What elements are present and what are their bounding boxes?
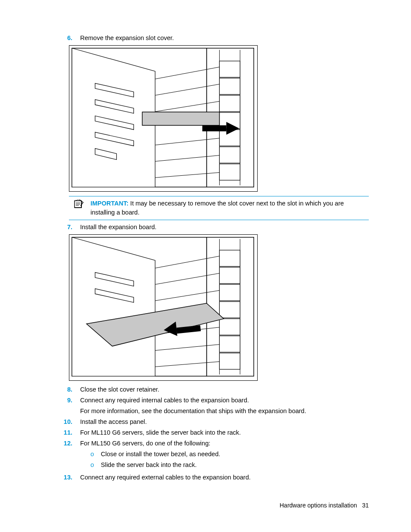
step-10-text: Install the access panel. — [80, 417, 369, 426]
important-text: IMPORTANT: It may be necessary to remove… — [89, 199, 369, 217]
step-12-text: For ML150 G6 servers, do one of the foll… — [80, 439, 369, 471]
svg-rect-40 — [219, 302, 240, 318]
figure-remove-slot-cover — [69, 45, 258, 192]
step-6-text: Remove the expansion slot cover. — [80, 34, 369, 43]
figure-install-board — [69, 234, 258, 381]
svg-rect-43 — [219, 353, 240, 370]
svg-marker-45 — [72, 237, 155, 376]
slot-cover-diagram-icon — [69, 45, 257, 192]
step-13-number: 13. — [60, 473, 80, 482]
footer-section: Hardware options installation — [280, 502, 357, 509]
step-9-text: Connect any required internal cables to … — [80, 396, 369, 416]
svg-rect-9 — [219, 147, 240, 163]
step-9-number: 9. — [60, 396, 80, 416]
step-13-text: Connect any required external cables to … — [80, 473, 369, 482]
important-body: It may be necessary to remove the slot c… — [90, 200, 344, 216]
svg-rect-37 — [219, 250, 240, 267]
step-7: 7. Install the expansion board. — [60, 223, 369, 232]
step-12a-text: Close or install the tower bezel, as nee… — [101, 450, 220, 459]
step-6-number: 6. — [60, 34, 80, 43]
page-footer: Hardware options installation 31 — [280, 501, 369, 510]
sub-bullet: o — [90, 450, 101, 459]
important-label: IMPORTANT: — [90, 200, 128, 207]
footer-page: 31 — [362, 502, 369, 509]
svg-rect-19 — [202, 125, 227, 131]
step-7-text: Install the expansion board. — [80, 223, 369, 232]
svg-rect-41 — [219, 319, 240, 335]
step-12: 12. For ML150 G6 servers, do one of the … — [60, 439, 369, 471]
step-8-number: 8. — [60, 385, 80, 394]
step-10: 10. Install the access panel. — [60, 417, 369, 426]
svg-rect-10 — [219, 164, 240, 180]
step-12-number: 12. — [60, 439, 80, 471]
svg-point-33 — [79, 199, 80, 200]
step-11-text: For ML110 G6 servers, slide the server b… — [80, 428, 369, 437]
step-12b: o Slide the server back into the rack. — [90, 460, 369, 470]
important-callout: IMPORTANT: It may be necessary to remove… — [69, 196, 369, 220]
step-12b-text: Slide the server back into the rack. — [101, 460, 196, 470]
svg-point-31 — [76, 200, 77, 201]
step-10-number: 10. — [60, 417, 80, 426]
step-7-number: 7. — [60, 223, 80, 232]
step-8: 8. Close the slot cover retainer. — [60, 385, 369, 394]
svg-rect-42 — [219, 336, 240, 352]
step-11-number: 11. — [60, 428, 80, 437]
step-13: 13. Connect any required external cables… — [60, 473, 369, 482]
sub-bullet: o — [90, 460, 101, 470]
step-9-sub: For more information, see the documentat… — [80, 407, 369, 416]
step-9-main: Connect any required internal cables to … — [80, 397, 249, 404]
note-icon — [74, 199, 84, 208]
step-9: 9. Connect any required internal cables … — [60, 396, 369, 416]
install-board-diagram-icon — [69, 234, 257, 381]
step-12a: o Close or install the tower bezel, as n… — [90, 450, 369, 459]
step-8-text: Close the slot cover retainer. — [80, 385, 369, 394]
svg-marker-18 — [142, 112, 219, 125]
svg-rect-39 — [219, 284, 240, 301]
svg-rect-6 — [219, 95, 240, 112]
svg-rect-38 — [219, 267, 240, 283]
svg-point-32 — [78, 199, 78, 200]
step-12-main: For ML150 G6 servers, do one of the foll… — [80, 440, 210, 447]
svg-rect-5 — [219, 78, 240, 94]
step-6: 6. Remove the expansion slot cover. — [60, 34, 369, 43]
svg-rect-4 — [219, 61, 240, 78]
step-11: 11. For ML110 G6 servers, slide the serv… — [60, 428, 369, 437]
